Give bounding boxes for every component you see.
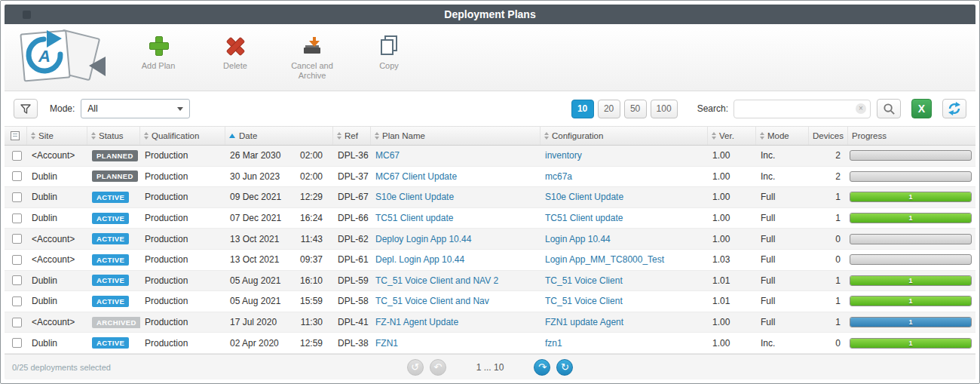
row-checkbox[interactable]: [12, 338, 22, 348]
column-header-devices[interactable]: Devices: [809, 127, 848, 145]
selection-status: 0/25 deployments selected: [12, 363, 111, 372]
column-header-date[interactable]: Date: [225, 127, 333, 145]
plan-name-link[interactable]: TC_51 Voice Client and Nav: [375, 296, 489, 306]
checkbox-cell: [5, 146, 27, 166]
qualification-cell: Production: [140, 271, 225, 291]
configuration-link[interactable]: TC51 Client update: [545, 213, 623, 223]
version-cell: 1.01: [708, 271, 756, 291]
version-cell: 1.00: [708, 146, 756, 166]
first-page-button[interactable]: ↺: [407, 359, 424, 376]
checkbox-cell: [5, 250, 27, 270]
column-label-mode: Mode: [767, 131, 789, 140]
page-size-group: 10 20 50 100: [571, 100, 678, 118]
row-checkbox[interactable]: [12, 214, 22, 223]
select-all-header[interactable]: [5, 127, 27, 145]
previous-page-button[interactable]: ↶: [430, 359, 446, 376]
configuration-link[interactable]: Login App_MM_TC8000_Test: [545, 254, 664, 265]
column-header-ver[interactable]: Ver.: [708, 127, 756, 145]
select-all-icon[interactable]: [11, 131, 20, 140]
clear-search-icon[interactable]: ×: [856, 103, 866, 114]
time-value: 15:59: [300, 296, 323, 306]
checkbox-cell: [5, 291, 27, 312]
plan-name-link[interactable]: MC67 Client Update: [375, 171, 457, 182]
column-header-ref[interactable]: Ref: [333, 127, 371, 145]
export-excel-button[interactable]: X: [911, 99, 932, 118]
status-badge: ACTIVE: [92, 296, 129, 307]
mode-select[interactable]: All: [81, 99, 190, 118]
cancel-archive-button[interactable]: Cancel and Archive: [283, 35, 341, 81]
configuration-link[interactable]: TC_51 Voice Client: [545, 275, 623, 286]
status-cell: ACTIVE: [87, 250, 140, 270]
qualification-cell: Production: [140, 291, 225, 312]
plan-name-link[interactable]: Depl. Login App 10.44: [375, 254, 464, 265]
date-value: 05 Aug 2021: [230, 296, 280, 306]
ref-cell: DPL-58: [333, 291, 371, 312]
progress-label: 1: [908, 214, 912, 222]
search-input[interactable]: [733, 100, 871, 118]
status-badge: ACTIVE: [92, 337, 129, 349]
configuration-link[interactable]: S10e Client Update: [545, 192, 623, 202]
row-checkbox[interactable]: [12, 171, 22, 181]
date-cell: 05 Aug 2021 16:10: [225, 271, 333, 291]
configuration-cell: Login App 10.44: [541, 229, 708, 249]
row-checkbox[interactable]: [12, 234, 22, 244]
configuration-link[interactable]: mc67a: [545, 171, 572, 182]
filter-bar: Mode: All 10 20 50 100 Search: ×: [5, 91, 975, 127]
plan-name-link[interactable]: S10e Client Update: [375, 192, 454, 202]
time-value: 02:00: [300, 171, 323, 182]
search-button[interactable]: [877, 99, 901, 118]
sort-icon: [375, 132, 379, 140]
page-size-20-button[interactable]: 20: [598, 100, 620, 118]
configuration-link[interactable]: Login App 10.44: [545, 234, 611, 244]
page-size-10-button[interactable]: 10: [571, 100, 594, 118]
search-label: Search:: [697, 103, 728, 114]
column-header-plan-name[interactable]: Plan Name: [371, 127, 541, 145]
row-checkbox[interactable]: [12, 255, 22, 265]
checkbox-cell: [5, 167, 27, 187]
row-checkbox[interactable]: [12, 296, 22, 306]
configuration-link[interactable]: fzn1: [545, 338, 562, 349]
copy-button[interactable]: Copy: [360, 35, 418, 81]
toolbar-buttons: Add Plan Delete Cancel and Archive: [130, 35, 418, 81]
devices-cell: 0: [809, 333, 848, 353]
column-header-qualification[interactable]: Qualification: [140, 127, 225, 145]
ref-cell: DPL-67: [333, 187, 371, 207]
page-size-100-button[interactable]: 100: [651, 100, 678, 118]
plan-name-link[interactable]: FZN1: [375, 338, 398, 349]
cancel-archive-label: Cancel and Archive: [283, 61, 341, 81]
column-header-site[interactable]: Site: [27, 127, 87, 145]
delete-button[interactable]: Delete: [207, 35, 264, 81]
row-checkbox[interactable]: [12, 318, 22, 327]
ref-cell: DPL-38: [333, 333, 371, 353]
plan-name-link[interactable]: TC_51 Voice Client and NAV 2: [375, 275, 498, 286]
configuration-cell: inventory: [541, 146, 708, 166]
configuration-link[interactable]: TC_51 Voice Client: [545, 296, 623, 306]
next-page-button[interactable]: ↷: [534, 359, 550, 376]
plan-name-link[interactable]: FZ-N1 Agent Update: [375, 317, 458, 327]
version-cell: 1.00: [708, 208, 756, 229]
qualification-cell: Production: [140, 250, 225, 270]
last-page-button[interactable]: ↻: [556, 359, 573, 376]
add-plan-button[interactable]: Add Plan: [130, 35, 187, 81]
configuration-link[interactable]: inventory: [545, 150, 582, 161]
row-checkbox[interactable]: [12, 151, 22, 161]
column-header-status[interactable]: Status: [87, 127, 140, 145]
column-header-configuration[interactable]: Configuration: [541, 127, 708, 145]
page-size-50-button[interactable]: 50: [624, 100, 647, 118]
plan-name-link[interactable]: MC67: [375, 150, 400, 161]
configuration-link[interactable]: FZN1 update Agent: [545, 317, 623, 327]
delete-label: Delete: [223, 61, 247, 71]
progress-bar: [850, 171, 972, 182]
plan-name-link[interactable]: Deploy Login App 10.44: [375, 234, 471, 244]
row-checkbox[interactable]: [12, 275, 22, 285]
refresh-button[interactable]: [942, 99, 966, 118]
column-label-ver: Ver.: [719, 131, 734, 140]
progress-bar: 1: [850, 192, 972, 202]
progress-cell: 1: [848, 291, 975, 312]
plan-name-link[interactable]: TC51 Client update: [375, 213, 453, 223]
filter-button[interactable]: [14, 99, 38, 118]
sort-icon: [144, 132, 149, 140]
row-checkbox[interactable]: [12, 192, 22, 202]
column-header-mode[interactable]: Mode: [756, 127, 809, 145]
table-body: <Account> PLANNED Production 26 Mar 2030…: [5, 146, 975, 354]
